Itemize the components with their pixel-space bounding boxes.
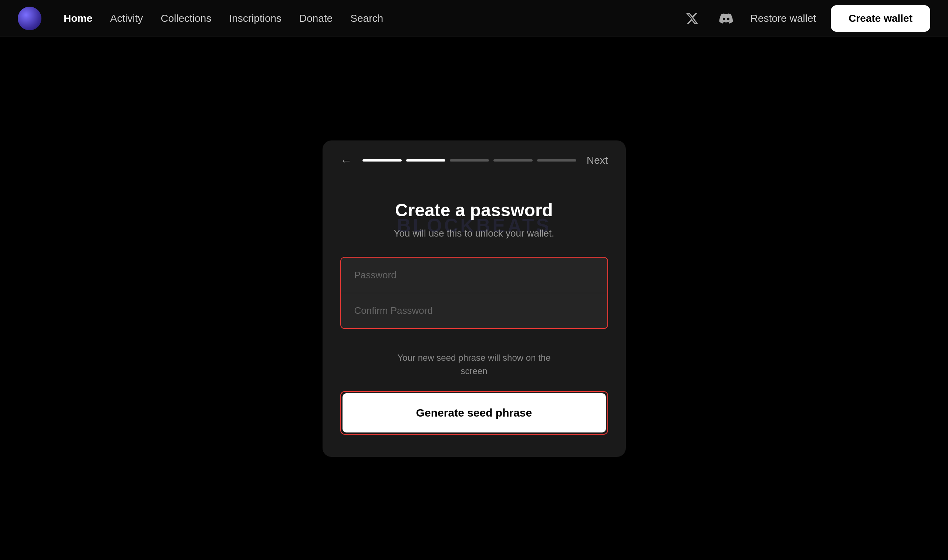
password-input[interactable] [341, 258, 607, 293]
modal-subtitle: You will use this to unlock your wallet. [340, 228, 608, 239]
progress-step-1 [362, 159, 402, 162]
nav-right: Restore wallet Create wallet [683, 5, 930, 32]
confirm-password-input[interactable] [341, 293, 607, 328]
progress-step-3 [450, 159, 489, 162]
restore-wallet-button[interactable]: Restore wallet [751, 12, 816, 25]
nav-inscriptions[interactable]: Inscriptions [229, 12, 282, 25]
create-password-modal: ← Next BLOCKBEATS Create a password You … [322, 140, 626, 457]
nav-collections[interactable]: Collections [160, 12, 211, 25]
create-wallet-button[interactable]: Create wallet [831, 5, 930, 32]
navbar: Home Activity Collections Inscriptions D… [0, 0, 948, 37]
next-button[interactable]: Next [587, 154, 608, 166]
nav-donate[interactable]: Donate [299, 12, 333, 25]
modal-title: Create a password [340, 200, 608, 220]
nav-links: Home Activity Collections Inscriptions D… [64, 12, 683, 25]
nav-search[interactable]: Search [350, 12, 383, 25]
twitter-link[interactable] [683, 9, 702, 28]
progress-step-5 [537, 159, 576, 162]
discord-link[interactable] [717, 9, 736, 28]
nav-home[interactable]: Home [64, 12, 92, 25]
progress-step-4 [493, 159, 533, 162]
nav-activity[interactable]: Activity [110, 12, 143, 25]
modal-body: Create a password You will use this to u… [322, 200, 626, 435]
generate-seed-phrase-button[interactable]: Generate seed phrase [342, 393, 606, 432]
app-logo[interactable] [18, 7, 42, 30]
seed-info-text: Your new seed phrase will show on thescr… [340, 351, 608, 378]
generate-btn-wrapper: Generate seed phrase [340, 391, 608, 435]
modal-top-bar: ← Next [322, 140, 626, 178]
password-fields-group [340, 257, 608, 329]
back-button[interactable]: ← [340, 154, 352, 168]
progress-step-2 [406, 159, 445, 162]
main-content: ← Next BLOCKBEATS Create a password You … [0, 37, 948, 560]
progress-bar [362, 159, 576, 162]
